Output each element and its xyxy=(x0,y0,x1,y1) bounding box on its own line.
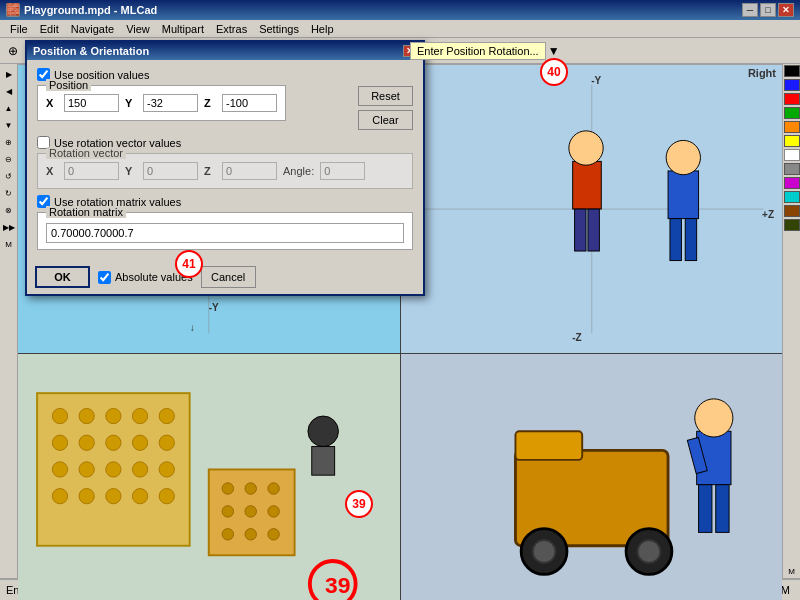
angle-label: Angle: xyxy=(283,165,314,177)
ok-button[interactable]: OK xyxy=(35,266,90,288)
svg-point-46 xyxy=(245,506,256,517)
sidebar-btn-5[interactable]: ⊕ xyxy=(1,134,17,150)
color-blue[interactable] xyxy=(784,79,800,91)
z-label: Z xyxy=(204,97,216,109)
sidebar-btn-2[interactable]: ◀ xyxy=(1,83,17,99)
sidebar-btn-10[interactable]: ▶▶ xyxy=(1,219,17,235)
axis-x-r: +Z xyxy=(762,209,774,220)
svg-point-50 xyxy=(268,529,279,540)
menu-multipart[interactable]: Multipart xyxy=(156,22,210,36)
right-palette: M xyxy=(782,64,800,578)
svg-point-40 xyxy=(159,489,174,504)
sidebar-btn-4[interactable]: ▼ xyxy=(1,117,17,133)
color-green[interactable] xyxy=(784,107,800,119)
sidebar-btn-6[interactable]: ⊖ xyxy=(1,151,17,167)
svg-point-62 xyxy=(694,399,732,437)
view-3d: 3D xyxy=(401,354,783,600)
view-top-right: Right -Y -Z +Z xyxy=(401,65,783,353)
color-purple[interactable] xyxy=(784,177,800,189)
sidebar-btn-8[interactable]: ↻ xyxy=(1,185,17,201)
svg-point-31 xyxy=(52,462,67,477)
svg-point-43 xyxy=(245,483,256,494)
rotation-vector-input-row: X Y Z Angle: xyxy=(46,162,404,180)
sidebar-btn-11[interactable]: M xyxy=(1,236,17,252)
toolbar-btn-1[interactable]: ⊕ xyxy=(2,40,24,62)
sidebar-btn-1[interactable]: ▶ xyxy=(1,66,17,82)
svg-point-60 xyxy=(637,540,660,563)
maximize-button[interactable]: □ xyxy=(760,3,776,17)
rx-label: X xyxy=(46,165,58,177)
dialog-title-bar: Position & Orientation ✕ xyxy=(27,42,423,60)
y-input[interactable] xyxy=(143,94,198,112)
svg-point-35 xyxy=(159,462,174,477)
rz-label: Z xyxy=(204,165,216,177)
svg-point-37 xyxy=(79,489,94,504)
sidebar-btn-3[interactable]: ▲ xyxy=(1,100,17,116)
menu-edit[interactable]: Edit xyxy=(34,22,65,36)
color-cyan[interactable] xyxy=(784,191,800,203)
axis-y-neg: -Y xyxy=(209,302,219,313)
svg-point-45 xyxy=(222,506,233,517)
reset-button[interactable]: Reset xyxy=(358,86,413,106)
svg-rect-16 xyxy=(668,171,699,219)
svg-rect-12 xyxy=(572,161,601,209)
svg-rect-14 xyxy=(574,209,585,251)
color-orange[interactable] xyxy=(784,121,800,133)
minimize-button[interactable]: ─ xyxy=(742,3,758,17)
absolute-checkbox[interactable] xyxy=(98,271,111,284)
axis-y-top: -Y xyxy=(591,75,601,86)
svg-point-23 xyxy=(106,409,121,424)
absolute-label: Absolute values xyxy=(115,271,193,283)
svg-point-49 xyxy=(245,529,256,540)
menu-bar: File Edit Navigate View Multipart Extras… xyxy=(0,20,800,38)
dialog-buttons: OK Absolute values Cancel xyxy=(27,260,423,294)
dialog-title: Position & Orientation xyxy=(33,45,403,57)
x-label: X xyxy=(46,97,58,109)
color-black[interactable] xyxy=(784,65,800,77)
position-orientation-dialog[interactable]: Position & Orientation ✕ Use position va… xyxy=(25,40,425,296)
view-bl-svg: 39 xyxy=(18,354,400,600)
color-white[interactable] xyxy=(784,149,800,161)
app-icon: 🧱 xyxy=(6,3,20,17)
cancel-button[interactable]: Cancel xyxy=(201,266,256,288)
sidebar-btn-9[interactable]: ⊗ xyxy=(1,202,17,218)
color-dark-green[interactable] xyxy=(784,219,800,231)
svg-point-58 xyxy=(532,540,555,563)
ry-input[interactable] xyxy=(143,162,198,180)
x-input[interactable] xyxy=(64,94,119,112)
svg-rect-56 xyxy=(515,431,582,460)
menu-file[interactable]: File xyxy=(4,22,34,36)
menu-navigate[interactable]: Navigate xyxy=(65,22,120,36)
menu-view[interactable]: View xyxy=(120,22,156,36)
close-button[interactable]: ✕ xyxy=(778,3,794,17)
angle-input[interactable] xyxy=(320,162,365,180)
color-yellow[interactable] xyxy=(784,135,800,147)
view-3d-svg xyxy=(401,354,783,600)
color-red[interactable] xyxy=(784,93,800,105)
svg-point-38 xyxy=(106,489,121,504)
axis-y-down: ↓ xyxy=(190,322,195,333)
color-gray[interactable] xyxy=(784,163,800,175)
svg-rect-64 xyxy=(715,485,728,533)
rx-input[interactable] xyxy=(64,162,119,180)
svg-point-34 xyxy=(132,462,147,477)
svg-rect-15 xyxy=(587,209,598,251)
view-right-label: Right xyxy=(748,67,776,79)
matrix-input[interactable] xyxy=(46,223,404,243)
svg-rect-52 xyxy=(312,447,335,476)
menu-help[interactable]: Help xyxy=(305,22,340,36)
menu-settings[interactable]: Settings xyxy=(253,22,305,36)
rotation-vector-label: Rotation vector xyxy=(46,147,126,159)
rz-input[interactable] xyxy=(222,162,277,180)
svg-point-21 xyxy=(52,409,67,424)
svg-rect-19 xyxy=(685,219,696,261)
svg-point-27 xyxy=(79,435,94,450)
z-input[interactable] xyxy=(222,94,277,112)
svg-point-22 xyxy=(79,409,94,424)
clear-button[interactable]: Clear xyxy=(358,110,413,130)
toolbar-dropdown-btn[interactable]: ▼ xyxy=(543,40,565,62)
palette-label-m: M xyxy=(783,565,800,578)
color-brown[interactable] xyxy=(784,205,800,217)
sidebar-btn-7[interactable]: ↺ xyxy=(1,168,17,184)
menu-extras[interactable]: Extras xyxy=(210,22,253,36)
